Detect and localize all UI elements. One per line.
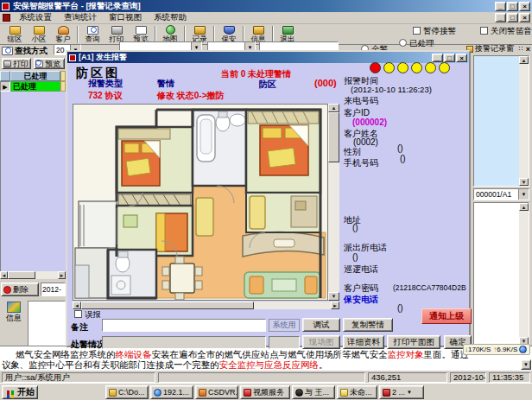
- records-h-scrollbar[interactable]: ◄ ►: [0, 271, 66, 279]
- menu-bar: 系统设置 查询统计 窗口视图 系统帮助 _ □ ×: [0, 12, 532, 24]
- close-button[interactable]: ×: [519, 2, 530, 11]
- dock-lower-scrollbar[interactable]: ▲ ▼: [519, 203, 529, 345]
- delete-button[interactable]: 删除: [1, 283, 39, 296]
- group-app-icon: [383, 389, 390, 397]
- debug-button[interactable]: 调试: [302, 318, 340, 332]
- table-header-processed[interactable]: 已处理: [10, 71, 60, 81]
- radio-processed[interactable]: 已处理: [399, 38, 434, 49]
- document-icon: [340, 389, 348, 397]
- info-panel-button[interactable]: 信息: [1, 302, 27, 329]
- network-globe-icon: [519, 346, 527, 353]
- child-window-icon: [3, 14, 10, 22]
- remark-input[interactable]: [102, 319, 266, 332]
- scroll-left-arrow[interactable]: ◄: [0, 271, 8, 279]
- dock-title-bar: 接警记录窗 ∷ ×: [466, 43, 530, 54]
- toolbar-customer-button[interactable]: 客户: [51, 24, 75, 44]
- floor-plan-container: [73, 104, 328, 301]
- patrol-phone-label: 巡逻电话: [344, 263, 378, 276]
- pause-alarm-checkbox[interactable]: 暂停接警: [413, 26, 456, 37]
- map-globe-icon: [166, 25, 175, 35]
- status-user: 用户::sa/系统用户: [2, 372, 155, 383]
- scroll-thumb[interactable]: [328, 112, 339, 162]
- table-row-processed[interactable]: 已处理: [10, 81, 60, 92]
- map-v-scrollbar[interactable]: ▲ ▼: [328, 104, 339, 301]
- status-spacer: [158, 372, 365, 383]
- menu-query-stats[interactable]: 查询统计: [58, 11, 103, 24]
- scroll-thumb[interactable]: [81, 302, 254, 309]
- download-speed: 170K/S: [468, 346, 491, 353]
- start-button[interactable]: 开始: [2, 385, 38, 399]
- password-label: 客户密码: [344, 283, 378, 295]
- exit-icon: [282, 26, 294, 35]
- toolbar-separator: [184, 26, 186, 43]
- handle-situation-input[interactable]: [102, 336, 266, 349]
- scroll-right-arrow[interactable]: ►: [58, 271, 66, 279]
- toolbar-query-button[interactable]: 查询: [80, 24, 104, 44]
- scroll-down-arrow[interactable]: ▼: [519, 178, 529, 186]
- toolbar-district-button[interactable]: 辖区: [3, 24, 27, 44]
- print-records-button[interactable]: 打印: [2, 58, 31, 69]
- network-speed-widget[interactable]: ↓ 170K/S ↑ 6.9K/S: [463, 344, 530, 355]
- scroll-down-arrow[interactable]: ▼: [328, 292, 339, 301]
- gender-value: (): [397, 143, 403, 153]
- task-chat[interactable]: 与 王...: [292, 385, 335, 399]
- dialog-close-button[interactable]: ×: [456, 54, 467, 62]
- folder-icon: [109, 389, 117, 397]
- restore-button[interactable]: □: [507, 2, 518, 11]
- notify-superior-button[interactable]: 通知上级: [421, 308, 472, 324]
- dock-close-button[interactable]: ×: [526, 45, 530, 54]
- false-alarm-checkbox[interactable]: 误报: [74, 309, 101, 321]
- scroll-up-arrow[interactable]: ▲: [328, 104, 339, 112]
- task-untitled[interactable]: 未命...: [337, 385, 377, 399]
- mute-siren-checkbox[interactable]: 关闭警笛音: [480, 26, 532, 37]
- gender-label: 性别: [344, 146, 361, 158]
- magnifier-icon: [35, 60, 43, 67]
- situation-label: 警情: [157, 78, 174, 90]
- date-field[interactable]: 2012-10: [41, 283, 66, 296]
- child-close-button[interactable]: ×: [519, 13, 530, 22]
- preview-records-button[interactable]: 预览: [34, 58, 65, 69]
- menu-system-help[interactable]: 系统帮助: [148, 11, 193, 24]
- scroll-right-arrow[interactable]: ►: [331, 302, 339, 309]
- task-group-button[interactable]: 2 ...▼: [379, 385, 424, 399]
- group-dropdown-arrow: ▼: [407, 390, 412, 395]
- map-h-scrollbar[interactable]: ◄ ►: [73, 302, 339, 309]
- customer-icon: [58, 26, 69, 35]
- detail-info-button[interactable]: 详细资料: [343, 335, 384, 349]
- task-remote-ip[interactable]: 192.1...: [150, 385, 193, 399]
- dialog-icon: [69, 54, 76, 61]
- status-lights: [370, 62, 453, 75]
- dock-pin-button[interactable]: ∷: [519, 45, 523, 53]
- dialog-restore-button[interactable]: □: [444, 54, 455, 62]
- dock-list-scrollbar[interactable]: ▲ ▼: [519, 56, 529, 186]
- alarm-type-label: 报警类型: [88, 78, 123, 90]
- menu-window-view[interactable]: 窗口视图: [103, 11, 148, 24]
- print-floorplan-button[interactable]: 打印平面图: [387, 335, 440, 349]
- copy-alarm-button[interactable]: 复制警情: [343, 318, 393, 332]
- binoculars-icon: [2, 47, 13, 55]
- dock-title: 接警记录窗: [475, 43, 514, 54]
- task-csdvr[interactable]: CSDVR...: [195, 385, 238, 399]
- child-minimize-button[interactable]: _: [495, 13, 506, 22]
- minimize-button[interactable]: _: [495, 2, 506, 11]
- marquee-scroll-down[interactable]: ▼: [521, 359, 531, 370]
- radio-icon: [399, 39, 407, 47]
- alarm-type-value: 732 协议: [88, 90, 122, 102]
- menu-system-settings[interactable]: 系统设置: [13, 11, 58, 24]
- zone-combo[interactable]: 000001/A1▼: [473, 188, 529, 200]
- scroll-up-arrow[interactable]: ▲: [519, 56, 529, 64]
- task-explorer[interactable]: C:\Do...: [105, 385, 149, 399]
- child-restore-button[interactable]: □: [507, 13, 518, 22]
- checkbox-icon: [413, 27, 421, 35]
- upload-speed: 6.9K/S: [497, 346, 517, 353]
- scroll-left-arrow[interactable]: ◄: [73, 302, 81, 309]
- windows-flag-icon: [7, 390, 10, 395]
- task-video-service[interactable]: 视频服务: [240, 385, 290, 399]
- info-panel-icon: [7, 302, 21, 313]
- toolbar-community-button[interactable]: 小区: [27, 24, 51, 44]
- mobile-value: (): [400, 154, 406, 163]
- dialog-minimize-button[interactable]: _: [432, 54, 443, 62]
- scroll-thumb[interactable]: [8, 271, 35, 279]
- scroll-up-arrow[interactable]: ▲: [519, 203, 529, 211]
- records-list-area[interactable]: [0, 92, 66, 271]
